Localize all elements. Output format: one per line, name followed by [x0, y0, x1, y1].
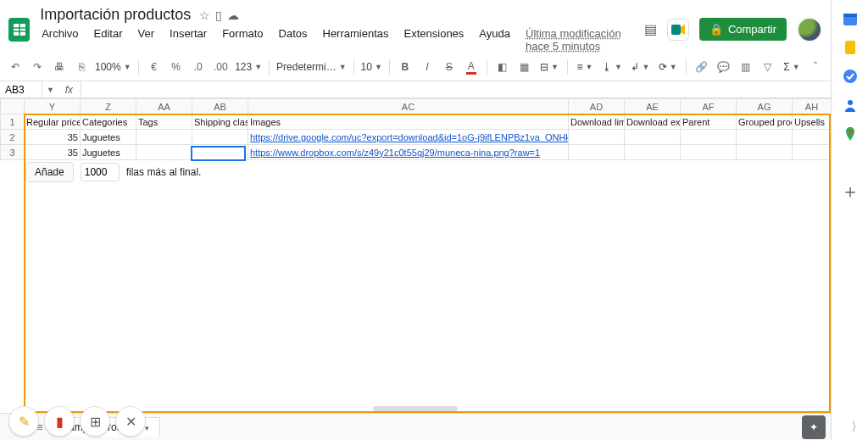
cell[interactable]: https://www.dropbox.com/s/z49y21c0t55qj2…: [248, 145, 569, 160]
cell[interactable]: https://drive.google.com/uc?export=downl…: [248, 130, 569, 145]
cell-link[interactable]: https://www.dropbox.com/s/z49y21c0t55qj2…: [250, 148, 540, 158]
column-header[interactable]: AC: [248, 99, 569, 114]
cell[interactable]: 35: [25, 145, 81, 160]
menu-edit[interactable]: Editar: [89, 26, 128, 53]
cell[interactable]: [192, 130, 248, 145]
contacts-icon[interactable]: [842, 97, 859, 114]
share-button[interactable]: 🔒 Compartir: [699, 18, 787, 41]
sheets-logo[interactable]: [8, 18, 30, 42]
menu-insert[interactable]: Insertar: [164, 26, 212, 53]
cell[interactable]: [681, 130, 737, 145]
merge-button[interactable]: ⊟▼: [538, 57, 560, 77]
increase-decimal-button[interactable]: .00: [212, 57, 231, 77]
cell[interactable]: Juguetes: [81, 130, 136, 145]
cell[interactable]: [136, 130, 192, 145]
add-rows-button[interactable]: Añade: [25, 162, 74, 182]
bold-button[interactable]: B: [397, 57, 414, 77]
column-header[interactable]: AE: [625, 99, 681, 114]
strike-button[interactable]: S: [441, 57, 458, 77]
select-all-corner[interactable]: [1, 99, 25, 114]
namebox-dropdown[interactable]: ▼: [43, 86, 58, 94]
comment-button[interactable]: 💬: [715, 57, 732, 77]
cloud-status-icon[interactable]: ☁: [227, 8, 239, 22]
cell[interactable]: [681, 145, 737, 160]
menu-help[interactable]: Ayuda: [474, 26, 515, 53]
header-cell[interactable]: Tags: [136, 114, 192, 130]
float-tool-pen-icon[interactable]: ✎: [8, 406, 39, 437]
menu-tools[interactable]: Herramientas: [318, 26, 394, 53]
cell[interactable]: [793, 145, 832, 160]
cell-link[interactable]: https://drive.google.com/uc?export=downl…: [250, 132, 569, 142]
header-cell[interactable]: Parent: [681, 114, 737, 130]
cell[interactable]: [737, 130, 793, 145]
v-align-button[interactable]: ⭳▼: [600, 57, 624, 77]
maps-icon[interactable]: [842, 125, 859, 142]
filter-button[interactable]: ▽: [760, 57, 776, 77]
float-tool-book-icon[interactable]: ▮: [44, 406, 75, 437]
meet-icon[interactable]: [667, 19, 689, 41]
column-header[interactable]: AB: [192, 99, 248, 114]
cell[interactable]: [625, 130, 681, 145]
calendar-icon[interactable]: [842, 10, 859, 27]
header-cell[interactable]: Download limit: [569, 114, 625, 130]
cell[interactable]: [192, 145, 248, 160]
column-header[interactable]: Z: [81, 99, 136, 114]
header-cell[interactable]: Grouped products: [737, 114, 793, 130]
format-currency-button[interactable]: €: [146, 57, 163, 77]
explore-button[interactable]: ✦: [802, 415, 826, 439]
header-cell[interactable]: Shipping class: [192, 114, 248, 130]
column-header[interactable]: AG: [737, 99, 793, 114]
fill-color-button[interactable]: ◧: [494, 57, 511, 77]
cell[interactable]: [569, 130, 625, 145]
last-modified[interactable]: Última modificación hace 5 minutos: [520, 26, 637, 53]
menu-extensions[interactable]: Extensiones: [399, 26, 470, 53]
rotate-button[interactable]: ⟳▼: [657, 57, 679, 77]
hide-side-panel-button[interactable]: 〉: [851, 420, 863, 435]
star-icon[interactable]: ☆: [199, 8, 210, 22]
cell[interactable]: [136, 145, 192, 160]
paint-format-button[interactable]: ⎘: [73, 57, 90, 77]
more-formats-select[interactable]: 123▼: [235, 57, 262, 77]
menu-view[interactable]: Ver: [133, 26, 160, 53]
header-cell[interactable]: Upsells: [793, 114, 832, 130]
float-tool-close-icon[interactable]: ✕: [115, 406, 146, 437]
undo-button[interactable]: ↶: [7, 57, 24, 77]
header-cell[interactable]: Images: [248, 114, 569, 130]
menu-data[interactable]: Datos: [274, 26, 313, 53]
format-percent-button[interactable]: %: [168, 57, 185, 77]
column-header[interactable]: AF: [681, 99, 737, 114]
menu-format[interactable]: Formato: [217, 26, 268, 53]
add-addon-icon[interactable]: ＋: [842, 183, 859, 200]
link-button[interactable]: 🔗: [693, 57, 710, 77]
add-rows-count-input[interactable]: [81, 163, 120, 181]
float-tool-grid-icon[interactable]: ⊞: [80, 406, 110, 437]
functions-button[interactable]: Σ▼: [782, 57, 802, 77]
print-button[interactable]: 🖶: [51, 57, 68, 77]
horizontal-scrollbar[interactable]: [249, 404, 581, 413]
italic-button[interactable]: I: [419, 57, 436, 77]
row-header[interactable]: 1: [1, 114, 25, 130]
header-cell[interactable]: Regular price: [25, 114, 81, 130]
collapse-toolbar-button[interactable]: ˆ: [807, 57, 824, 77]
column-header[interactable]: Y: [25, 99, 81, 114]
cell[interactable]: [569, 145, 625, 160]
tasks-icon[interactable]: [842, 68, 859, 85]
cell[interactable]: 35: [25, 130, 81, 145]
row-header[interactable]: 3: [1, 145, 25, 160]
header-cell[interactable]: Categories: [81, 114, 136, 130]
menu-file[interactable]: Archivo: [36, 26, 83, 53]
text-color-button[interactable]: A: [463, 57, 480, 77]
column-header[interactable]: AD: [569, 99, 625, 114]
wrap-button[interactable]: ↲▼: [629, 57, 651, 77]
document-title[interactable]: Importación productos: [36, 5, 194, 25]
cell[interactable]: [793, 130, 832, 145]
chart-button[interactable]: ▥: [737, 57, 754, 77]
zoom-select[interactable]: 100%▼: [95, 57, 131, 77]
cell[interactable]: [625, 145, 681, 160]
font-size-select[interactable]: 10▼: [361, 57, 382, 77]
cell[interactable]: Juguetes: [81, 145, 136, 160]
column-header[interactable]: AA: [136, 99, 192, 114]
redo-button[interactable]: ↷: [29, 57, 46, 77]
column-header[interactable]: AH: [793, 99, 832, 114]
header-cell[interactable]: Download expiry: [625, 114, 681, 130]
